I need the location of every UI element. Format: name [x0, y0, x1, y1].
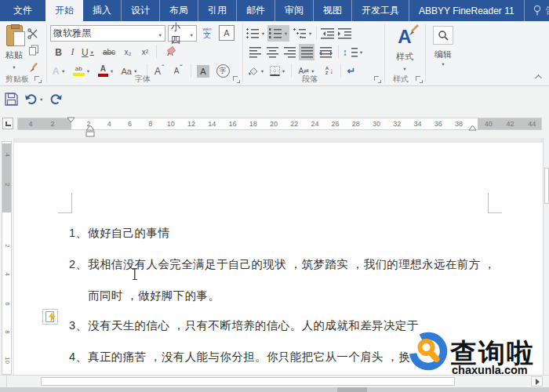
justify-button[interactable] — [299, 44, 314, 60]
autocorrect-options-button[interactable] — [42, 309, 58, 325]
increase-indent-icon — [338, 28, 351, 39]
save-button[interactable] — [4, 92, 19, 107]
align-center-button[interactable] — [264, 44, 280, 60]
tell-me-box[interactable]: 告诉我... — [525, 0, 549, 21]
font-family-combo[interactable]: 微软雅黑 — [50, 25, 165, 42]
tabbar-right: 告诉我... 登录 共享 — [525, 0, 549, 21]
vruler-number: 2 — [4, 242, 11, 250]
find-button[interactable] — [433, 26, 453, 45]
bullets-button[interactable] — [245, 25, 266, 42]
subscript-button[interactable]: x₂ — [120, 44, 136, 60]
vertical-scrollbar-thumb[interactable] — [544, 168, 549, 204]
lightbulb-icon — [533, 5, 542, 16]
tab-insert[interactable]: 插入 — [83, 0, 122, 21]
document-page[interactable]: 1、 做好自己的事情 2、 我相信没有人会完全满足于自己的现状 ，筑梦踏实 ，我… — [14, 143, 543, 375]
phonetic-guide-button[interactable]: wén 文 — [198, 24, 216, 42]
list-item-3[interactable]: 3、 没有天生的信心 ，只有不断培养的信心。人的成就和差异决定于 — [14, 319, 543, 332]
multilevel-list-icon — [293, 28, 307, 38]
small-separator — [156, 45, 157, 59]
line-spacing-icon — [343, 47, 358, 58]
group-separator — [242, 24, 243, 82]
margin-corner-mark-right — [488, 193, 502, 213]
hanging-indent-marker[interactable] — [85, 125, 95, 138]
paste-button[interactable]: 粘贴 — [2, 23, 26, 73]
underline-label: U — [82, 47, 89, 58]
first-line-indent-marker[interactable] — [67, 117, 75, 123]
underline-button[interactable]: U — [79, 44, 96, 60]
list-text: 我相信没有人会完全满足于自己的现状 ，筑梦踏实 ，我们的理想永远在前方 ， — [88, 258, 496, 271]
list-text: 而同时 ，做好脚下的事。 — [88, 289, 220, 303]
font-dialog-launcher[interactable] — [233, 76, 240, 83]
tell-me-label: 告诉我... — [546, 4, 549, 17]
right-indent-marker[interactable] — [468, 125, 477, 131]
word-window: { "tabbar": { "file": "文件", "tabs": [ {"… — [0, 0, 549, 392]
redo-button[interactable] — [49, 93, 63, 105]
copy-button[interactable] — [27, 42, 41, 58]
cut-button[interactable] — [26, 25, 40, 42]
format-painter-button[interactable] — [26, 59, 40, 75]
styles-brush-icon — [405, 24, 420, 38]
distribute-icon — [320, 47, 332, 58]
tab-home[interactable]: 开始 — [45, 0, 83, 21]
horizontal-scrollbar-thumb[interactable] — [41, 377, 455, 386]
tab-abbyy-finereader[interactable]: ABBYY FineReader 11 — [409, 0, 525, 21]
list-item-2[interactable]: 2、 我相信没有人会完全满足于自己的现状 ，筑梦踏实 ，我们的理想永远在前方 ， — [14, 258, 543, 271]
strikethrough-button[interactable]: abc — [100, 44, 118, 60]
font-group-label: 字体 — [50, 74, 235, 85]
clear-formatting-button[interactable]: A — [160, 44, 180, 60]
vertical-ruler[interactable]: 4 2 2 4 6 8 10 — [0, 138, 13, 375]
horizontal-scrollbar[interactable] — [0, 375, 549, 387]
tab-review[interactable]: 审阅 — [275, 0, 314, 21]
increase-indent-button[interactable] — [336, 25, 353, 42]
vruler-number: 4 — [4, 151, 11, 159]
tab-mailings[interactable]: 邮件 — [237, 0, 275, 21]
vruler-number: 8 — [4, 328, 11, 336]
numbering-button[interactable] — [267, 25, 289, 42]
vertical-ruler-strip: 4 2 2 4 6 8 10 — [2, 141, 12, 375]
multilevel-list-button[interactable] — [291, 25, 314, 42]
italic-button[interactable]: I — [67, 44, 78, 60]
bullets-icon — [246, 28, 260, 38]
margin-corner-mark-left — [58, 193, 72, 213]
status-bar — [0, 387, 549, 392]
horizontal-ruler[interactable]: 4 2 2468101214161820222426283032343638 4… — [17, 118, 542, 130]
undo-dropdown-arrow[interactable] — [39, 97, 43, 102]
styles-button-label: 样式 — [396, 51, 413, 63]
ribbon-tab-bar: 文件 开始 插入 设计 布局 引用 邮件 审阅 视图 开发工具 ABBYY Fi… — [0, 0, 549, 21]
tab-stop-selector[interactable] — [2, 118, 13, 129]
tab-layout[interactable]: 布局 — [160, 0, 198, 21]
undo-button[interactable] — [24, 93, 38, 105]
align-left-button[interactable] — [247, 44, 263, 60]
font-size-combo[interactable]: 小四 — [168, 25, 197, 42]
scroll-right-button[interactable] — [531, 376, 543, 387]
editing-dropdown-arrow[interactable] — [439, 60, 447, 68]
collapse-ribbon-button[interactable] — [537, 74, 544, 81]
tab-developer[interactable]: 开发工具 — [352, 0, 409, 21]
decrease-indent-icon — [321, 28, 334, 39]
list-text: 做好自己的事情 — [88, 227, 169, 240]
align-right-button[interactable] — [282, 44, 297, 60]
tab-references[interactable]: 引用 — [198, 0, 237, 21]
clipboard-dialog-launcher[interactable] — [35, 76, 42, 83]
paragraph-dialog-launcher[interactable] — [374, 76, 381, 83]
list-item-1[interactable]: 1、 做好自己的事情 — [14, 227, 543, 240]
phonetic-label: 文 — [203, 31, 211, 39]
tab-view[interactable]: 视图 — [314, 0, 352, 21]
distribute-button[interactable] — [316, 44, 335, 60]
tab-file[interactable]: 文件 — [0, 0, 45, 21]
styles-button[interactable]: A 样式 — [387, 24, 422, 74]
watermark-domain: chaxunla.com — [452, 364, 528, 375]
decrease-indent-button[interactable] — [319, 25, 336, 42]
document-area: 1、 做好自己的事情 2、 我相信没有人会完全满足于自己的现状 ，筑梦踏实 ，我… — [0, 138, 549, 375]
styles-dialog-launcher[interactable] — [416, 76, 423, 83]
list-item-2-continued[interactable]: 而同时 ，做好脚下的事。 — [14, 289, 543, 303]
superscript-button[interactable]: x² — [137, 44, 153, 60]
tab-design[interactable]: 设计 — [122, 0, 160, 21]
redo-icon — [49, 93, 63, 105]
editing-button[interactable]: 编辑 — [433, 48, 453, 60]
vertical-scrollbar[interactable] — [543, 138, 549, 375]
character-border-button[interactable]: A — [218, 24, 235, 42]
clear-formatting-icon: A — [167, 48, 173, 57]
bold-button[interactable]: B — [52, 44, 65, 60]
line-spacing-button[interactable] — [342, 44, 364, 60]
